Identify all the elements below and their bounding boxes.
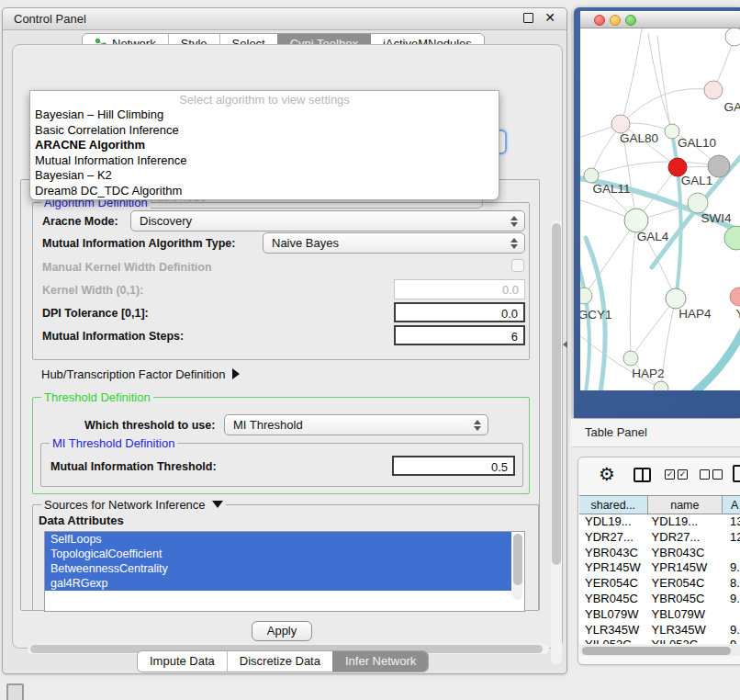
- network-node-label: GAL: [723, 100, 740, 114]
- mi-type-value: Naive Bayes: [272, 236, 339, 250]
- dpi-tolerance-input[interactable]: 0.0: [394, 302, 525, 322]
- manual-kernel-checkbox[interactable]: [511, 259, 524, 272]
- unchecked-checkbox-icon[interactable]: [700, 469, 710, 480]
- close-traffic-light-icon[interactable]: [594, 15, 605, 26]
- which-threshold-combo[interactable]: MI Threshold: [224, 414, 488, 435]
- network-canvas[interactable]: GAL80GAL10GAL1GAL11GAL4SWI4GCY1HAP4HAP2G…: [580, 28, 740, 390]
- table-horizontal-thumb[interactable]: [582, 647, 731, 655]
- zoom-traffic-light-icon[interactable]: [625, 15, 636, 26]
- list-scrollbar-thumb[interactable]: [513, 534, 522, 585]
- table-row[interactable]: YBL079WYBL079W: [579, 607, 740, 623]
- list-item[interactable]: SelfLoops: [45, 532, 511, 547]
- network-node[interactable]: [654, 381, 668, 390]
- table-row[interactable]: YER054CYER054C8.: [579, 576, 740, 592]
- network-edge[interactable]: [689, 330, 740, 390]
- table-cell: YBR045C: [648, 592, 723, 607]
- which-threshold-value: MI Threshold: [233, 418, 303, 432]
- network-node-label: GAL1: [681, 174, 713, 187]
- network-node[interactable]: [666, 288, 686, 309]
- tab-discretize-data[interactable]: Discretize Data: [227, 651, 332, 672]
- network-node[interactable]: [725, 28, 740, 46]
- data-attributes-list[interactable]: SelfLoops TopologicalCoefficient Between…: [44, 531, 525, 612]
- network-node-label: GAL80: [620, 131, 658, 145]
- table-panel-titlebar[interactable]: Table Panel: [571, 419, 740, 447]
- minimize-traffic-light-icon[interactable]: [610, 15, 621, 26]
- column-header-clipped[interactable]: A: [723, 496, 740, 514]
- panel-splitter-arrow[interactable]: [563, 341, 567, 348]
- dropdown-item[interactable]: Bayesian – Hill Climbing: [30, 107, 499, 123]
- network-edge[interactable]: [622, 28, 643, 124]
- tab-label: Infer Network: [345, 651, 416, 672]
- network-node[interactable]: [580, 288, 592, 304]
- table-panel-title: Table Panel: [585, 425, 647, 439]
- gear-icon[interactable]: ⚙: [599, 465, 615, 483]
- list-item[interactable]: gal4RGexp: [45, 576, 511, 591]
- checked-checkbox-icon[interactable]: ✓: [665, 469, 675, 480]
- table-row[interactable]: YDL19...YDL19...13: [579, 514, 740, 530]
- network-node[interactable]: [704, 81, 723, 99]
- sources-title-row[interactable]: Sources for Network Inference: [41, 498, 226, 512]
- settings-vertical-thumb[interactable]: [552, 223, 561, 565]
- network-window-titlebar[interactable]: [580, 11, 740, 28]
- split-columns-icon[interactable]: [633, 468, 651, 482]
- dropdown-item[interactable]: Bayesian – K2: [30, 168, 499, 184]
- screen: Control Panel ✕ Network Style Select Cyn…: [0, 0, 740, 700]
- tab-label: Discretize Data: [240, 651, 320, 672]
- table-cell: [723, 607, 740, 623]
- network-node[interactable]: [611, 115, 630, 133]
- close-icon[interactable]: ✕: [544, 10, 555, 25]
- table-cell: YDL19...: [648, 514, 723, 530]
- table-horizontal-scrollbar[interactable]: [579, 645, 740, 656]
- list-scrollbar[interactable]: [513, 534, 522, 600]
- checked-checkbox-icon[interactable]: ✓: [678, 469, 688, 480]
- column-header-shared-name[interactable]: shared...: [579, 496, 648, 514]
- list-item[interactable]: BetweennessCentrality: [45, 561, 511, 576]
- network-node[interactable]: [688, 193, 708, 213]
- table-cell: YDR27...: [579, 530, 648, 546]
- node-table: shared... name A YDL19...YDL19...13YDR27…: [579, 495, 740, 644]
- network-node-label: SWI4: [701, 211, 731, 225]
- mi-threshold-group: MI Threshold Definition Mutual Informati…: [40, 443, 523, 487]
- table-options-icon[interactable]: [733, 465, 740, 482]
- hub-definition-expander[interactable]: Hub/Transcription Factor Definition: [41, 367, 240, 381]
- dropdown-item-selected[interactable]: ARACNE Algorithm: [30, 138, 499, 153]
- table-row[interactable]: YLR345WYLR345W9.: [579, 623, 740, 638]
- tab-impute-data[interactable]: Impute Data: [138, 651, 227, 672]
- network-node[interactable]: [623, 351, 638, 366]
- settings-vertical-scrollbar[interactable]: [551, 220, 562, 664]
- table-row[interactable]: YIL052CYIL052C9.: [579, 638, 740, 644]
- table-cell: YER054C: [579, 576, 648, 592]
- docked-window-icon[interactable]: [6, 683, 24, 700]
- apply-button[interactable]: Apply: [252, 621, 312, 641]
- hub-definition-label: Hub/Transcription Factor Definition: [41, 367, 225, 381]
- table-cell: YBR043C: [648, 546, 723, 561]
- table-row[interactable]: YBR043CYBR043C: [579, 546, 740, 561]
- kernel-width-input[interactable]: 0.0: [394, 279, 525, 299]
- table-cell: YBR043C: [579, 546, 648, 561]
- control-panel-titlebar[interactable]: Control Panel ✕: [3, 8, 566, 30]
- column-header-name[interactable]: name: [648, 496, 723, 514]
- mi-type-combo[interactable]: Naive Bayes: [263, 232, 525, 254]
- mi-threshold-input[interactable]: 0.5: [392, 456, 515, 476]
- network-edge[interactable]: [630, 220, 636, 358]
- dropdown-item[interactable]: Mutual Information Inference: [30, 153, 499, 169]
- dropdown-item[interactable]: Dream8 DC_TDC Algorithm: [30, 184, 499, 199]
- control-panel-window: Control Panel ✕ Network Style Select Cyn…: [2, 7, 567, 674]
- unchecked-checkbox-icon[interactable]: [712, 469, 723, 480]
- network-node[interactable]: [584, 168, 599, 183]
- table-cell: 9.: [723, 592, 740, 607]
- table-row[interactable]: YDR27...YDR27...12: [579, 530, 740, 546]
- table-cell: 12: [723, 530, 740, 546]
- dropdown-item[interactable]: Basic Correlation Inference: [30, 123, 499, 139]
- mi-steps-input[interactable]: 6: [394, 325, 525, 345]
- aracne-mode-combo[interactable]: Discovery: [130, 210, 525, 231]
- network-view-window: GAL80GAL10GAL1GAL11GAL4SWI4GCY1HAP4HAP2G…: [574, 7, 740, 418]
- float-window-icon[interactable]: [523, 13, 533, 23]
- network-node[interactable]: [730, 288, 740, 306]
- tab-infer-network[interactable]: Infer Network: [332, 651, 428, 672]
- list-item[interactable]: TopologicalCoefficient: [45, 547, 511, 561]
- network-node[interactable]: [724, 226, 740, 250]
- mi-steps-label: Mutual Information Steps:: [42, 330, 184, 343]
- table-row[interactable]: YBR045CYBR045C9.: [579, 592, 740, 607]
- table-row[interactable]: YPR145WYPR145W9.: [579, 560, 740, 576]
